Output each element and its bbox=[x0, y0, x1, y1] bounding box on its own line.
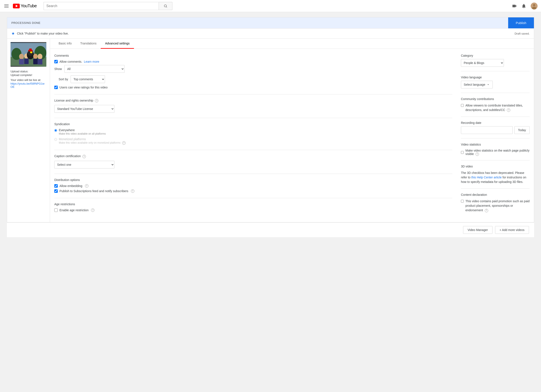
3d-video-help-link[interactable]: this Help Center article bbox=[471, 176, 502, 179]
svg-rect-24 bbox=[38, 59, 42, 64]
youtube-wordmark: YouTube bbox=[21, 3, 37, 8]
caption-section: Caption certification ? Select one This … bbox=[54, 154, 452, 168]
age-restriction-help-icon[interactable]: ? bbox=[91, 209, 94, 212]
left-panel: Upload status: Upload complete! Your vid… bbox=[7, 39, 50, 222]
content-declaration-desc: This video contains paid promotion such … bbox=[465, 199, 530, 212]
video-link[interactable]: https://youtu.be/l58fNPG1wOE bbox=[10, 82, 46, 89]
tab-advanced-settings[interactable]: Advanced settings bbox=[101, 39, 134, 49]
show-select[interactable]: All Approved comments Hold potentially i… bbox=[64, 65, 125, 73]
community-contributions-checkbox[interactable] bbox=[461, 104, 464, 107]
content-declaration-row: This video contains paid promotion such … bbox=[461, 199, 530, 213]
video-language-group: Video language Select language bbox=[461, 76, 530, 89]
age-restriction-checkbox[interactable] bbox=[54, 209, 58, 212]
language-select-value: Select language bbox=[464, 83, 485, 86]
age-title: Age restrictions bbox=[54, 202, 452, 206]
tab-basic-info[interactable]: Basic info bbox=[54, 39, 76, 49]
video-statistics-checkbox[interactable] bbox=[461, 151, 464, 154]
video-manager-button[interactable]: Video Manager bbox=[463, 226, 493, 234]
youtube-icon bbox=[13, 4, 20, 8]
publish-button[interactable]: Publish bbox=[508, 17, 534, 28]
content-declaration-help-icon[interactable]: ? bbox=[485, 209, 488, 212]
distribution-section: Distribution options Allow embedding ? P… bbox=[54, 178, 452, 193]
learn-more-link[interactable]: Learn more bbox=[84, 60, 99, 63]
license-help-icon[interactable]: ? bbox=[95, 99, 98, 102]
ratings-checkbox[interactable] bbox=[54, 86, 58, 89]
video-statistics-desc: Make video statistics on the watch page … bbox=[465, 149, 529, 156]
svg-point-18 bbox=[30, 51, 32, 53]
divider-r1 bbox=[461, 71, 530, 71]
today-button[interactable]: Today bbox=[514, 126, 530, 134]
video-statistics-label: Video statistics bbox=[461, 143, 530, 146]
monetized-sub-text: Make this video available only on moneti… bbox=[59, 141, 120, 144]
content-declaration-text: This video contains paid promotion such … bbox=[465, 199, 530, 213]
header-right bbox=[512, 3, 538, 10]
license-title-text: License and rights ownership bbox=[54, 99, 93, 102]
caption-select[interactable]: Select one This content has never aired … bbox=[54, 161, 114, 168]
draft-saved-status: Draft saved. bbox=[515, 32, 530, 35]
svg-line-3 bbox=[166, 7, 167, 7]
search-button[interactable] bbox=[159, 2, 172, 10]
hamburger-menu[interactable] bbox=[3, 4, 10, 8]
recording-date-group: Recording date Today bbox=[461, 121, 530, 134]
youtube-logo[interactable]: YouTube bbox=[13, 3, 37, 8]
sort-label: Sort by bbox=[59, 78, 68, 81]
info-message: Click "Publish" to make your video live. bbox=[17, 32, 515, 35]
avatar[interactable] bbox=[531, 3, 538, 10]
divider-1 bbox=[54, 94, 452, 94]
content-area: Upload status: Upload complete! Your vid… bbox=[7, 39, 534, 222]
sort-select[interactable]: Top comments Newest first bbox=[71, 75, 105, 83]
syndication-monetized-radio[interactable] bbox=[54, 138, 57, 141]
svg-rect-20 bbox=[29, 48, 31, 51]
subscriptions-help-icon[interactable]: ? bbox=[131, 189, 134, 193]
upload-status-value: Upload complete! bbox=[10, 73, 46, 77]
search-input[interactable] bbox=[44, 2, 159, 10]
community-contributions-text: Allow viewers to contribute translated t… bbox=[465, 103, 530, 112]
ratings-row: Users can view ratings for this video bbox=[54, 86, 452, 89]
category-select[interactable]: People & Blogs Film & Animation Music Ga… bbox=[461, 59, 504, 67]
svg-point-2 bbox=[164, 5, 166, 7]
caption-help-icon[interactable]: ? bbox=[83, 155, 86, 158]
upload-card: PROCESSING DONE Publish ★ Click "Publish… bbox=[7, 17, 534, 222]
notifications-icon[interactable] bbox=[521, 3, 526, 9]
license-section: License and rights ownership ? Standard … bbox=[54, 99, 452, 113]
thumbnail-image bbox=[10, 42, 46, 67]
upload-icon[interactable] bbox=[512, 3, 517, 9]
distribution-title: Distribution options bbox=[54, 178, 452, 182]
community-contributions-row: Allow viewers to contribute translated t… bbox=[461, 103, 530, 112]
divider-2 bbox=[54, 118, 452, 118]
video-thumbnail bbox=[10, 42, 46, 67]
language-select-button[interactable]: Select language bbox=[461, 81, 493, 89]
show-label: Show bbox=[54, 67, 62, 71]
community-contributions-label: Community contributions bbox=[461, 97, 530, 101]
add-more-videos-button[interactable]: + Add more videos bbox=[495, 226, 529, 234]
ratings-label: Users can view ratings for this video bbox=[59, 86, 108, 89]
community-contributions-help-icon[interactable]: ? bbox=[507, 108, 510, 112]
upload-status-label: Upload status: bbox=[10, 70, 46, 73]
video-statistics-text: Make video statistics on the watch page … bbox=[465, 149, 530, 156]
info-bar: ★ Click "Publish" to make your video liv… bbox=[7, 29, 534, 39]
divider-r6 bbox=[461, 188, 530, 189]
subscriptions-label: Publish to Subscriptions feed and notify… bbox=[59, 189, 128, 193]
comments-section: Comments Allow comments. Learn more Show… bbox=[54, 54, 452, 89]
embedding-help-icon[interactable]: ? bbox=[85, 184, 88, 188]
syndication-everywhere-radio[interactable] bbox=[54, 129, 57, 132]
syndication-everywhere-sub: Make this video available on all platfor… bbox=[59, 132, 106, 135]
license-select[interactable]: Standard YouTube License Creative Common… bbox=[54, 105, 114, 113]
allow-comments-checkbox[interactable] bbox=[54, 60, 58, 63]
tabs-nav: Basic info Translations Advanced setting… bbox=[50, 39, 534, 49]
recording-date-row: Today bbox=[461, 126, 530, 134]
3d-video-group: 3D video The 3D checkbox has been deprec… bbox=[461, 165, 530, 184]
embedding-checkbox[interactable] bbox=[54, 184, 58, 188]
recording-date-input[interactable] bbox=[461, 126, 513, 134]
video-statistics-help-icon[interactable]: ? bbox=[476, 152, 479, 156]
subscriptions-checkbox[interactable] bbox=[54, 189, 58, 193]
divider-4 bbox=[54, 174, 452, 174]
svg-rect-13 bbox=[19, 59, 24, 64]
content-declaration-checkbox[interactable] bbox=[461, 199, 464, 203]
tab-translations[interactable]: Translations bbox=[76, 39, 101, 49]
progress-bar: PROCESSING DONE Publish bbox=[7, 17, 534, 29]
video-statistics-row: Make video statistics on the watch page … bbox=[461, 149, 530, 156]
category-label: Category bbox=[461, 54, 530, 57]
divider-3 bbox=[54, 150, 452, 150]
monetized-help-icon[interactable]: ? bbox=[122, 141, 125, 145]
